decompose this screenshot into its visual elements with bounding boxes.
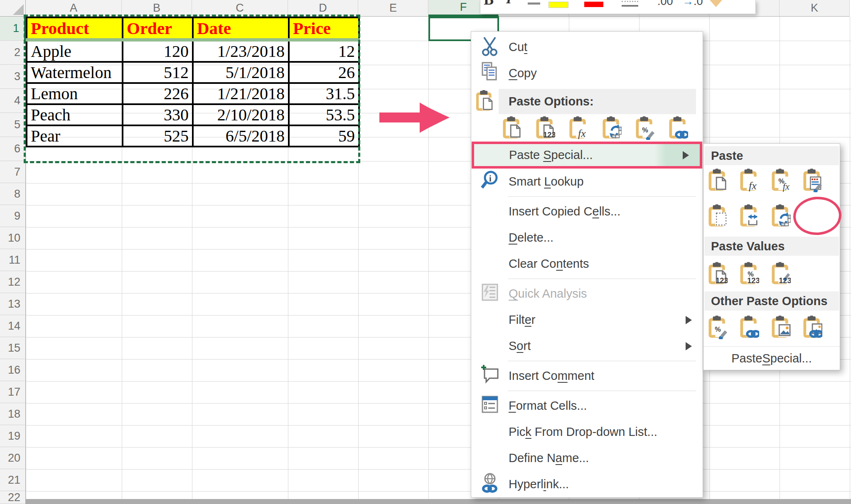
row-header-9[interactable]: 9: [0, 205, 26, 227]
submenu-paste-paste-link-icon[interactable]: [740, 315, 759, 339]
table-cell[interactable]: 525: [123, 125, 193, 147]
increase-decimal-icon[interactable]: .00: [657, 0, 673, 8]
column-header-B[interactable]: B: [122, 0, 192, 17]
select-all-corner[interactable]: [0, 0, 26, 17]
table-cell[interactable]: 226: [123, 83, 193, 104]
submenu-paste-keep-source-column-widths-icon[interactable]: [740, 204, 759, 228]
row-header-3[interactable]: 3: [0, 65, 26, 89]
submenu-paste-values-source-formatting-icon[interactable]: 123: [772, 262, 791, 286]
menu-item-format-cells[interactable]: Format Cells...: [471, 393, 703, 419]
row-header-17[interactable]: 17: [0, 381, 26, 403]
table-cell[interactable]: 53.5: [289, 104, 359, 125]
menu-item-smart-lookup[interactable]: i Smart Lookup: [471, 169, 703, 195]
column-header-A[interactable]: A: [26, 0, 122, 17]
paste-option-transpose-icon[interactable]: [603, 116, 622, 140]
table-cell[interactable]: 6/5/2018: [193, 125, 289, 147]
table-cell[interactable]: Pear: [27, 125, 123, 147]
header-cell[interactable]: Product: [27, 17, 123, 40]
row-header-10[interactable]: 10: [0, 227, 26, 249]
submenu-paste-values-number-formatting-icon[interactable]: %123: [740, 262, 759, 286]
paste-option-values-icon[interactable]: 123: [536, 116, 555, 140]
fill-color-icon[interactable]: [548, 2, 568, 8]
row-header-6[interactable]: 6: [0, 137, 26, 161]
menu-item-define-name[interactable]: Define Name...: [471, 445, 703, 471]
header-cell[interactable]: Order: [123, 17, 193, 40]
decrease-decimal-icon[interactable]: →.0: [682, 0, 703, 8]
menu-item-cut[interactable]: Cut: [471, 34, 703, 60]
submenu-paste-formulas-number-formatting-icon[interactable]: %fx: [772, 168, 791, 192]
italic-icon[interactable]: I: [506, 0, 512, 7]
header-cell[interactable]: Date: [193, 17, 289, 40]
menu-item-hyperlink[interactable]: Hyperlink...: [471, 471, 703, 497]
format-painter-icon[interactable]: [710, 0, 722, 7]
row-header-22[interactable]: 22: [0, 491, 26, 504]
paste-option-paste-icon[interactable]: [503, 116, 522, 140]
menu-item-label: Quick Analysis: [509, 287, 587, 301]
row-header-18[interactable]: 18: [0, 403, 26, 425]
table-cell[interactable]: Peach: [27, 104, 123, 125]
column-header-K[interactable]: K: [780, 0, 850, 17]
paste-option-formulas-icon[interactable]: fx: [569, 116, 588, 140]
menu-item-copy[interactable]: Copy: [471, 60, 703, 86]
submenu-paste-keep-source-formatting-icon[interactable]: [803, 168, 822, 192]
menu-item-delete[interactable]: Delete...: [471, 225, 703, 251]
table-cell[interactable]: Watermelon: [27, 62, 123, 83]
row-header-2[interactable]: 2: [0, 41, 26, 65]
table-cell[interactable]: 120: [123, 40, 193, 62]
submenu-paste-values-icon[interactable]: 123: [708, 262, 728, 286]
row-header-21[interactable]: 21: [0, 469, 26, 491]
row-header-13[interactable]: 13: [0, 293, 26, 315]
row-header-19[interactable]: 19: [0, 425, 26, 447]
submenu-paste-paste-icon[interactable]: [708, 168, 728, 192]
table-cell[interactable]: 31.5: [289, 83, 359, 104]
row-header-12[interactable]: 12: [0, 271, 26, 293]
header-cell[interactable]: Price: [289, 17, 359, 40]
row-header-4[interactable]: 4: [0, 89, 26, 113]
bold-icon[interactable]: B: [484, 0, 494, 8]
table-cell[interactable]: 26: [289, 62, 359, 83]
menu-item-label: Hyperlink...: [509, 477, 569, 491]
column-header-E[interactable]: E: [358, 0, 428, 17]
table-cell[interactable]: 12: [289, 40, 359, 62]
menu-item-filter[interactable]: Filter: [471, 307, 703, 333]
table-cell[interactable]: Apple: [27, 40, 123, 62]
table-cell[interactable]: Lemon: [27, 83, 123, 104]
row-header-5[interactable]: 5: [0, 113, 26, 137]
submenu-paste-transpose-icon[interactable]: [772, 204, 791, 228]
underline-icon[interactable]: [528, 2, 540, 5]
paste-option-formatting-icon[interactable]: %: [636, 116, 655, 140]
menu-item-pick-from-list[interactable]: Pick From Drop-down List...: [471, 419, 703, 445]
table-cell[interactable]: 512: [123, 62, 193, 83]
menu-item-paste-special[interactable]: Paste Special...: [472, 142, 702, 169]
row-header-8[interactable]: 8: [0, 183, 26, 205]
table-cell[interactable]: 330: [123, 104, 193, 125]
menu-item-insert-copied-cells[interactable]: Insert Copied Cells...: [471, 198, 703, 225]
paste-option-paste-link-icon[interactable]: [669, 116, 688, 140]
submenu-paste-no-borders-icon[interactable]: [708, 204, 728, 228]
row-header-1[interactable]: 1: [0, 17, 26, 41]
submenu-paste-special-item[interactable]: Paste Special...: [703, 346, 840, 370]
row-header-11[interactable]: 11: [0, 249, 26, 271]
table-cell[interactable]: 59: [289, 125, 359, 147]
menu-item-clear-contents[interactable]: Clear Contents: [471, 251, 703, 277]
row-header-16[interactable]: 16: [0, 359, 26, 381]
submenu-paste-formatting-icon[interactable]: %: [708, 315, 728, 339]
font-color-icon[interactable]: [584, 2, 603, 7]
row-header-14[interactable]: 14: [0, 315, 26, 337]
table-cell[interactable]: 2/10/2018: [193, 104, 289, 125]
scissors-icon: [480, 35, 499, 59]
table-cell[interactable]: 5/1/2018: [193, 62, 289, 83]
menu-item-sort[interactable]: Sort: [471, 333, 703, 359]
row-header-15[interactable]: 15: [0, 337, 26, 359]
row-header-7[interactable]: 7: [0, 161, 26, 183]
table-cell[interactable]: 1/23/2018: [193, 40, 289, 62]
submenu-paste-linked-picture-icon[interactable]: [803, 315, 822, 339]
row-header-20[interactable]: 20: [0, 447, 26, 469]
column-header-C[interactable]: C: [192, 0, 288, 17]
menu-item-insert-comment[interactable]: Insert Comment: [471, 363, 703, 389]
borders-icon[interactable]: [622, 1, 638, 7]
submenu-paste-formulas-icon[interactable]: fx: [740, 168, 759, 192]
column-header-D[interactable]: D: [288, 0, 358, 17]
table-cell[interactable]: 1/21/2018: [193, 83, 289, 104]
submenu-paste-picture-icon[interactable]: [772, 315, 791, 339]
